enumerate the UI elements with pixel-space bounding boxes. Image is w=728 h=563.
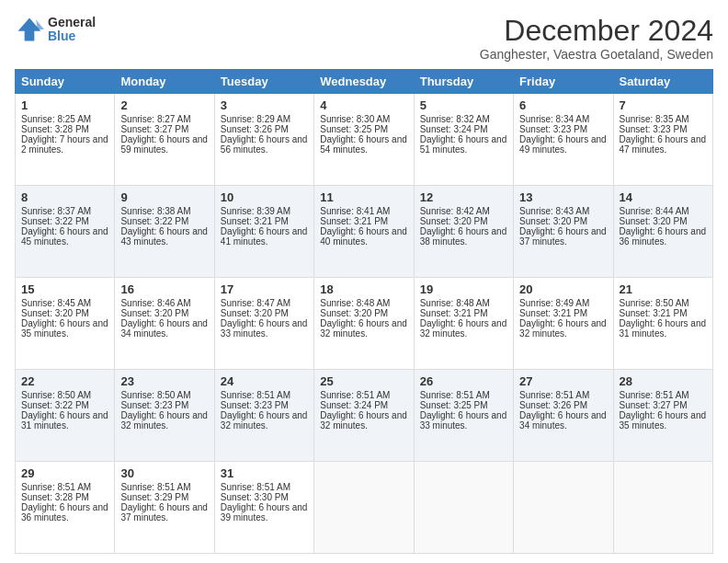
day-number: 15 xyxy=(21,282,108,296)
sunrise-text: Sunrise: 8:35 AM xyxy=(620,114,689,124)
sunset-text: Sunset: 3:24 PM xyxy=(420,124,488,134)
calendar-dow-sunday: Sunday xyxy=(16,70,115,94)
calendar-cell: 2Sunrise: 8:27 AMSunset: 3:27 PMDaylight… xyxy=(115,94,214,186)
calendar-cell: 26Sunrise: 8:51 AMSunset: 3:25 PMDayligh… xyxy=(414,370,513,462)
daylight-text: Daylight: 6 hours and 51 minutes. xyxy=(420,134,507,155)
daylight-text: Daylight: 6 hours and 40 minutes. xyxy=(320,226,407,247)
day-number: 2 xyxy=(120,98,208,112)
sunset-text: Sunset: 3:20 PM xyxy=(620,216,688,226)
daylight-text: Daylight: 6 hours and 32 minutes. xyxy=(221,410,308,431)
daylight-text: Daylight: 6 hours and 38 minutes. xyxy=(420,226,507,247)
calendar-cell: 8Sunrise: 8:37 AMSunset: 3:22 PMDaylight… xyxy=(16,186,115,278)
calendar-dow-wednesday: Wednesday xyxy=(314,70,414,94)
sunset-text: Sunset: 3:27 PM xyxy=(620,400,688,410)
sunrise-text: Sunrise: 8:30 AM xyxy=(320,114,390,124)
sunrise-text: Sunrise: 8:34 AM xyxy=(519,114,589,124)
calendar-cell: 14Sunrise: 8:44 AMSunset: 3:20 PMDayligh… xyxy=(613,186,712,278)
sunset-text: Sunset: 3:28 PM xyxy=(21,492,89,502)
daylight-text: Daylight: 6 hours and 37 minutes. xyxy=(519,226,607,247)
sunset-text: Sunset: 3:22 PM xyxy=(120,216,188,226)
day-number: 12 xyxy=(420,190,507,204)
calendar-table: SundayMondayTuesdayWednesdayThursdayFrid… xyxy=(15,69,713,554)
daylight-text: Daylight: 6 hours and 31 minutes. xyxy=(620,318,707,339)
day-number: 11 xyxy=(320,190,407,204)
calendar-cell: 30Sunrise: 8:51 AMSunset: 3:29 PMDayligh… xyxy=(115,462,214,554)
sunset-text: Sunset: 3:21 PM xyxy=(519,308,587,318)
sunset-text: Sunset: 3:25 PM xyxy=(420,400,488,410)
daylight-text: Daylight: 6 hours and 33 minutes. xyxy=(221,318,308,339)
calendar-cell: 1Sunrise: 8:25 AMSunset: 3:28 PMDaylight… xyxy=(16,94,115,186)
day-number: 25 xyxy=(320,374,407,388)
calendar-cell: 24Sunrise: 8:51 AMSunset: 3:23 PMDayligh… xyxy=(214,370,313,462)
calendar-cell: 28Sunrise: 8:51 AMSunset: 3:27 PMDayligh… xyxy=(613,370,712,462)
logo-icon xyxy=(15,15,44,44)
daylight-text: Daylight: 6 hours and 33 minutes. xyxy=(420,410,507,431)
calendar-cell: 3Sunrise: 8:29 AMSunset: 3:26 PMDaylight… xyxy=(214,94,313,186)
day-number: 10 xyxy=(221,190,308,204)
sunrise-text: Sunrise: 8:43 AM xyxy=(519,206,589,216)
sunrise-text: Sunrise: 8:51 AM xyxy=(519,390,589,400)
title-block: December 2024 Ganghester, Vaestra Goetal… xyxy=(480,15,713,62)
daylight-text: Daylight: 6 hours and 31 minutes. xyxy=(21,410,108,431)
sunset-text: Sunset: 3:20 PM xyxy=(320,308,388,318)
sunset-text: Sunset: 3:21 PM xyxy=(221,216,289,226)
sunset-text: Sunset: 3:22 PM xyxy=(21,400,89,410)
daylight-text: Daylight: 6 hours and 47 minutes. xyxy=(620,134,707,155)
calendar-week-row: 15Sunrise: 8:45 AMSunset: 3:20 PMDayligh… xyxy=(16,278,713,370)
sunset-text: Sunset: 3:21 PM xyxy=(320,216,388,226)
sunrise-text: Sunrise: 8:41 AM xyxy=(320,206,390,216)
main-title: December 2024 xyxy=(480,15,713,47)
day-number: 26 xyxy=(420,374,507,388)
daylight-text: Daylight: 6 hours and 54 minutes. xyxy=(320,134,407,155)
day-number: 23 xyxy=(120,374,208,388)
sunrise-text: Sunrise: 8:51 AM xyxy=(221,482,290,492)
calendar-cell: 9Sunrise: 8:38 AMSunset: 3:22 PMDaylight… xyxy=(115,186,214,278)
sunrise-text: Sunrise: 8:51 AM xyxy=(221,390,290,400)
daylight-text: Daylight: 6 hours and 32 minutes. xyxy=(120,410,208,431)
calendar-cell: 4Sunrise: 8:30 AMSunset: 3:25 PMDaylight… xyxy=(314,94,414,186)
daylight-text: Daylight: 6 hours and 49 minutes. xyxy=(519,134,607,155)
sunrise-text: Sunrise: 8:48 AM xyxy=(420,298,490,308)
calendar-cell: 11Sunrise: 8:41 AMSunset: 3:21 PMDayligh… xyxy=(314,186,414,278)
calendar-dow-saturday: Saturday xyxy=(613,70,712,94)
sunrise-text: Sunrise: 8:51 AM xyxy=(620,390,689,400)
sunrise-text: Sunrise: 8:48 AM xyxy=(320,298,390,308)
calendar-cell: 18Sunrise: 8:48 AMSunset: 3:20 PMDayligh… xyxy=(314,278,414,370)
calendar-cell xyxy=(414,462,513,554)
sunset-text: Sunset: 3:26 PM xyxy=(519,400,587,410)
calendar-cell: 17Sunrise: 8:47 AMSunset: 3:20 PMDayligh… xyxy=(214,278,313,370)
sunrise-text: Sunrise: 8:47 AM xyxy=(221,298,290,308)
sunset-text: Sunset: 3:21 PM xyxy=(420,308,488,318)
daylight-text: Daylight: 6 hours and 39 minutes. xyxy=(221,502,308,523)
day-number: 29 xyxy=(21,466,108,480)
calendar-week-row: 1Sunrise: 8:25 AMSunset: 3:28 PMDaylight… xyxy=(16,94,713,186)
calendar-header-row: SundayMondayTuesdayWednesdayThursdayFrid… xyxy=(16,70,713,94)
sunrise-text: Sunrise: 8:50 AM xyxy=(120,390,190,400)
sunrise-text: Sunrise: 8:45 AM xyxy=(21,298,91,308)
day-number: 13 xyxy=(519,190,607,204)
day-number: 4 xyxy=(320,98,407,112)
day-number: 18 xyxy=(320,282,407,296)
daylight-text: Daylight: 6 hours and 59 minutes. xyxy=(120,134,208,155)
calendar-week-row: 29Sunrise: 8:51 AMSunset: 3:28 PMDayligh… xyxy=(16,462,713,554)
sunrise-text: Sunrise: 8:51 AM xyxy=(21,482,91,492)
day-number: 31 xyxy=(221,466,308,480)
sunrise-text: Sunrise: 8:39 AM xyxy=(221,206,290,216)
day-number: 7 xyxy=(620,98,707,112)
calendar-cell: 13Sunrise: 8:43 AMSunset: 3:20 PMDayligh… xyxy=(514,186,613,278)
day-number: 14 xyxy=(620,190,707,204)
day-number: 6 xyxy=(519,98,607,112)
sunrise-text: Sunrise: 8:37 AM xyxy=(21,206,91,216)
sunset-text: Sunset: 3:20 PM xyxy=(420,216,488,226)
sunrise-text: Sunrise: 8:49 AM xyxy=(519,298,589,308)
sunrise-text: Sunrise: 8:50 AM xyxy=(21,390,91,400)
calendar-cell: 10Sunrise: 8:39 AMSunset: 3:21 PMDayligh… xyxy=(214,186,313,278)
sunset-text: Sunset: 3:22 PM xyxy=(21,216,89,226)
day-number: 5 xyxy=(420,98,507,112)
sunset-text: Sunset: 3:29 PM xyxy=(120,492,188,502)
sunrise-text: Sunrise: 8:25 AM xyxy=(21,114,91,124)
day-number: 17 xyxy=(221,282,308,296)
calendar-cell xyxy=(613,462,712,554)
day-number: 9 xyxy=(120,190,208,204)
daylight-text: Daylight: 6 hours and 35 minutes. xyxy=(620,410,707,431)
